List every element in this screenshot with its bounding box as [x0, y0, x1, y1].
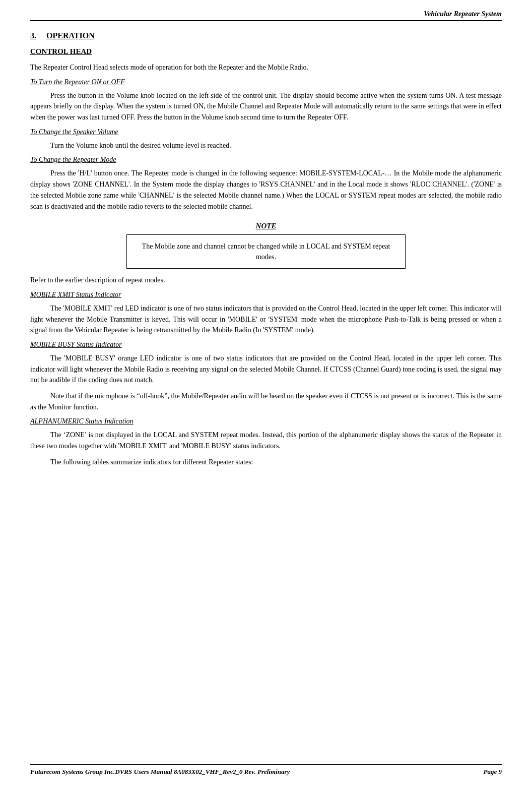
header-title: Vehicular Repeater System [424, 10, 502, 18]
subsection-body-alphanumeric-1: The ‘ZONE’ is not displayed in the LOCAL… [30, 430, 502, 451]
subsection-link-volume: To Change the Speaker Volume [30, 128, 502, 136]
section-number: 3. [30, 31, 36, 40]
subsection-link-mobile-busy: MOBILE BUSY Status Indicator [30, 341, 502, 349]
page-header: Vehicular Repeater System [30, 10, 502, 21]
subsection-link-on-off: To Turn the Repeater ON or OFF [30, 78, 502, 86]
subsection-body-mobile-busy-2: Note that if the microphone is “off-hook… [30, 391, 502, 412]
subsection-body-mobile-busy-1: The 'MOBILE BUSY' orange LED indicator i… [30, 353, 502, 386]
footer-left: Futurecom Systems Group Inc.DVRS Users M… [30, 768, 290, 776]
note-section: NOTE The Mobile zone and channel cannot … [30, 222, 502, 269]
subsection-link-alphanumeric: ALPHANUMERIC Status Indication [30, 417, 502, 425]
control-head-intro: The Repeater Control Head selects mode o… [30, 62, 502, 73]
subsection-body-alphanumeric-2: The following tables summarize indicator… [30, 457, 502, 468]
subsection-link-mobile-xmit: MOBILE XMIT Status Indicator [30, 291, 502, 299]
page-footer: Futurecom Systems Group Inc.DVRS Users M… [30, 764, 502, 776]
note-box-text: The Mobile zone and channel cannot be ch… [142, 242, 390, 261]
control-head-title: CONTROL HEAD [30, 47, 502, 56]
footer-right: Page 9 [484, 768, 502, 776]
subsection-link-repeater-mode: To Change the Repeater Mode [30, 156, 502, 164]
section-title: OPERATION [46, 31, 95, 40]
note-title: NOTE [30, 222, 502, 230]
note-box: The Mobile zone and channel cannot be ch… [126, 234, 406, 269]
refer-text: Refer to the earlier description of repe… [30, 275, 502, 286]
subsection-body-repeater-mode: Press the 'H/L' button once. The Repeate… [30, 168, 502, 212]
subsection-body-mobile-xmit: The 'MOBILE XMIT' red LED indicator is o… [30, 303, 502, 336]
section-heading: 3. OPERATION [30, 31, 502, 40]
subsection-body-on-off: Press the button in the Volume knob loca… [30, 90, 502, 123]
subsection-body-volume: Turn the Volume knob until the desired v… [30, 140, 502, 151]
